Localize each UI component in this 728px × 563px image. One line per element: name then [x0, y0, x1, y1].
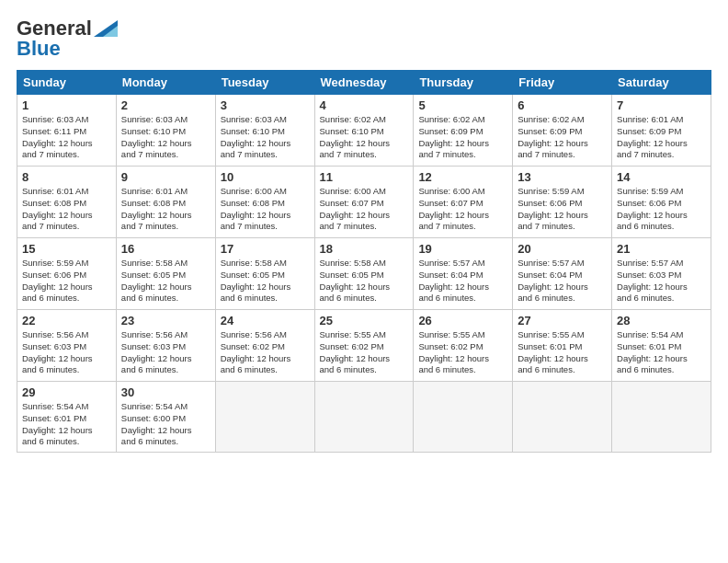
day-cell: 10 Sunrise: 6:00 AMSunset: 6:08 PMDaylig…: [215, 167, 314, 238]
calendar-table: SundayMondayTuesdayWednesdayThursdayFrid…: [17, 70, 711, 453]
day-number: 6: [518, 98, 607, 112]
day-info: Sunrise: 6:01 AMSunset: 6:08 PMDaylight:…: [121, 186, 192, 231]
day-cell: [513, 382, 612, 453]
day-info: Sunrise: 5:56 AMSunset: 6:02 PMDaylight:…: [221, 329, 291, 374]
header: General Blue: [17, 17, 711, 61]
day-info: Sunrise: 6:02 AMSunset: 6:09 PMDaylight:…: [518, 114, 588, 159]
day-info: Sunrise: 5:54 AMSunset: 6:00 PMDaylight:…: [121, 401, 192, 446]
day-number: 27: [518, 314, 607, 327]
day-info: Sunrise: 5:57 AMSunset: 6:03 PMDaylight:…: [617, 258, 688, 303]
day-info: Sunrise: 5:56 AMSunset: 6:03 PMDaylight:…: [121, 329, 192, 374]
day-number: 7: [617, 98, 706, 112]
day-number: 3: [221, 98, 310, 112]
day-number: 11: [320, 170, 409, 184]
day-info: Sunrise: 5:58 AMSunset: 6:05 PMDaylight:…: [221, 258, 291, 303]
day-number: 14: [617, 170, 706, 184]
weekday-row: SundayMondayTuesdayWednesdayThursdayFrid…: [17, 71, 711, 95]
week-row-3: 15 Sunrise: 5:59 AMSunset: 6:06 PMDaylig…: [17, 238, 711, 310]
day-cell: 16 Sunrise: 5:58 AMSunset: 6:05 PMDaylig…: [116, 238, 215, 310]
weekday-header-sunday: Sunday: [17, 71, 117, 95]
day-cell: 28 Sunrise: 5:54 AMSunset: 6:01 PMDaylig…: [612, 310, 711, 382]
weekday-header-thursday: Thursday: [414, 71, 513, 95]
day-number: 29: [22, 385, 111, 399]
weekday-header-saturday: Saturday: [612, 71, 711, 95]
weekday-header-tuesday: Tuesday: [215, 71, 314, 95]
day-number: 19: [418, 242, 507, 256]
day-number: 9: [121, 170, 210, 184]
day-cell: [414, 382, 513, 453]
day-cell: 1 Sunrise: 6:03 AMSunset: 6:11 PMDayligh…: [17, 95, 117, 167]
day-number: 10: [221, 170, 310, 184]
day-cell: 9 Sunrise: 6:01 AMSunset: 6:08 PMDayligh…: [116, 167, 215, 238]
day-info: Sunrise: 6:03 AMSunset: 6:10 PMDaylight:…: [121, 114, 192, 159]
day-cell: 22 Sunrise: 5:56 AMSunset: 6:03 PMDaylig…: [17, 310, 117, 382]
day-number: 1: [22, 98, 111, 112]
day-cell: 20 Sunrise: 5:57 AMSunset: 6:04 PMDaylig…: [513, 238, 612, 310]
day-info: Sunrise: 6:03 AMSunset: 6:11 PMDaylight:…: [22, 114, 93, 159]
day-info: Sunrise: 5:55 AMSunset: 6:01 PMDaylight:…: [518, 329, 588, 374]
day-cell: 12 Sunrise: 6:00 AMSunset: 6:07 PMDaylig…: [414, 167, 513, 238]
day-cell: [612, 382, 711, 453]
day-info: Sunrise: 6:02 AMSunset: 6:09 PMDaylight:…: [418, 114, 489, 159]
day-info: Sunrise: 5:59 AMSunset: 6:06 PMDaylight:…: [22, 258, 93, 303]
day-info: Sunrise: 6:01 AMSunset: 6:08 PMDaylight:…: [22, 186, 93, 231]
day-number: 17: [221, 242, 310, 256]
day-info: Sunrise: 5:54 AMSunset: 6:01 PMDaylight:…: [617, 329, 688, 374]
day-number: 28: [617, 314, 706, 327]
day-info: Sunrise: 5:55 AMSunset: 6:02 PMDaylight:…: [418, 329, 489, 374]
day-info: Sunrise: 5:54 AMSunset: 6:01 PMDaylight:…: [22, 401, 93, 446]
day-cell: 25 Sunrise: 5:55 AMSunset: 6:02 PMDaylig…: [314, 310, 414, 382]
day-cell: 24 Sunrise: 5:56 AMSunset: 6:02 PMDaylig…: [215, 310, 314, 382]
calendar-page: General Blue SundayMondayTuesdayWednesda…: [0, 0, 728, 563]
week-row-2: 8 Sunrise: 6:01 AMSunset: 6:08 PMDayligh…: [17, 167, 711, 238]
logo-icon: [94, 20, 118, 37]
week-row-5: 29 Sunrise: 5:54 AMSunset: 6:01 PMDaylig…: [17, 382, 711, 453]
day-number: 5: [418, 98, 507, 112]
day-info: Sunrise: 6:01 AMSunset: 6:09 PMDaylight:…: [617, 114, 688, 159]
day-cell: 7 Sunrise: 6:01 AMSunset: 6:09 PMDayligh…: [612, 95, 711, 167]
day-cell: 15 Sunrise: 5:59 AMSunset: 6:06 PMDaylig…: [17, 238, 117, 310]
day-cell: 4 Sunrise: 6:02 AMSunset: 6:10 PMDayligh…: [314, 95, 414, 167]
day-number: 2: [121, 98, 210, 112]
day-cell: 21 Sunrise: 5:57 AMSunset: 6:03 PMDaylig…: [612, 238, 711, 310]
day-info: Sunrise: 5:57 AMSunset: 6:04 PMDaylight:…: [418, 258, 489, 303]
weekday-header-monday: Monday: [116, 71, 215, 95]
day-number: 25: [320, 314, 409, 327]
day-cell: [314, 382, 414, 453]
day-cell: 14 Sunrise: 5:59 AMSunset: 6:06 PMDaylig…: [612, 167, 711, 238]
day-cell: 19 Sunrise: 5:57 AMSunset: 6:04 PMDaylig…: [414, 238, 513, 310]
day-number: 8: [22, 170, 111, 184]
day-cell: 30 Sunrise: 5:54 AMSunset: 6:00 PMDaylig…: [116, 382, 215, 453]
day-cell: 18 Sunrise: 5:58 AMSunset: 6:05 PMDaylig…: [314, 238, 414, 310]
day-number: 13: [518, 170, 607, 184]
day-info: Sunrise: 6:00 AMSunset: 6:08 PMDaylight:…: [221, 186, 291, 231]
day-info: Sunrise: 6:02 AMSunset: 6:10 PMDaylight:…: [320, 114, 391, 159]
day-cell: 17 Sunrise: 5:58 AMSunset: 6:05 PMDaylig…: [215, 238, 314, 310]
day-info: Sunrise: 5:58 AMSunset: 6:05 PMDaylight:…: [320, 258, 391, 303]
day-number: 12: [418, 170, 507, 184]
day-info: Sunrise: 6:00 AMSunset: 6:07 PMDaylight:…: [418, 186, 489, 231]
day-cell: 29 Sunrise: 5:54 AMSunset: 6:01 PMDaylig…: [17, 382, 117, 453]
day-cell: 27 Sunrise: 5:55 AMSunset: 6:01 PMDaylig…: [513, 310, 612, 382]
day-number: 4: [320, 98, 409, 112]
day-number: 23: [121, 314, 210, 327]
logo: General Blue: [17, 17, 118, 61]
day-cell: 13 Sunrise: 5:59 AMSunset: 6:06 PMDaylig…: [513, 167, 612, 238]
day-number: 16: [121, 242, 210, 256]
day-cell: 5 Sunrise: 6:02 AMSunset: 6:09 PMDayligh…: [414, 95, 513, 167]
calendar-body: 1 Sunrise: 6:03 AMSunset: 6:11 PMDayligh…: [17, 95, 711, 453]
day-cell: 6 Sunrise: 6:02 AMSunset: 6:09 PMDayligh…: [513, 95, 612, 167]
day-cell: 11 Sunrise: 6:00 AMSunset: 6:07 PMDaylig…: [314, 167, 414, 238]
day-info: Sunrise: 5:58 AMSunset: 6:05 PMDaylight:…: [121, 258, 192, 303]
calendar-header: SundayMondayTuesdayWednesdayThursdayFrid…: [17, 71, 711, 95]
day-cell: 23 Sunrise: 5:56 AMSunset: 6:03 PMDaylig…: [116, 310, 215, 382]
day-number: 22: [22, 314, 111, 327]
day-cell: 26 Sunrise: 5:55 AMSunset: 6:02 PMDaylig…: [414, 310, 513, 382]
day-number: 18: [320, 242, 409, 256]
week-row-4: 22 Sunrise: 5:56 AMSunset: 6:03 PMDaylig…: [17, 310, 711, 382]
day-number: 30: [121, 385, 210, 399]
day-info: Sunrise: 6:03 AMSunset: 6:10 PMDaylight:…: [221, 114, 291, 159]
day-info: Sunrise: 5:56 AMSunset: 6:03 PMDaylight:…: [22, 329, 93, 374]
logo-blue: Blue: [17, 37, 61, 61]
week-row-1: 1 Sunrise: 6:03 AMSunset: 6:11 PMDayligh…: [17, 95, 711, 167]
